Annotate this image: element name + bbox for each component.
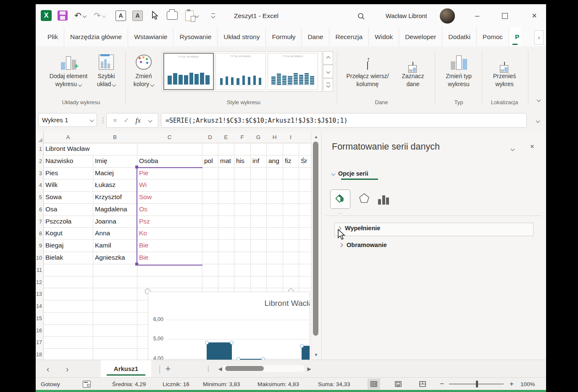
row-header-18[interactable]: 18 [36, 348, 43, 360]
fill-and-line-tab[interactable] [330, 189, 350, 209]
row-header-7[interactable]: 7 [36, 216, 43, 228]
accessibility-icon[interactable] [83, 378, 91, 390]
next-sheet-icon[interactable]: › [61, 360, 74, 378]
customize-toolbar-icon[interactable] [211, 10, 215, 21]
cell-B4[interactable]: Łukasz [93, 179, 137, 190]
column-header-G[interactable]: G [250, 132, 266, 143]
cell-G2[interactable]: inf [251, 155, 266, 166]
row-header-11[interactable]: 11 [36, 264, 43, 276]
row-header-15[interactable]: 15 [36, 312, 43, 324]
chart-style-thumb-1[interactable]: Tytuł wykresu [163, 53, 214, 90]
column-header-H[interactable]: H [266, 132, 283, 143]
column-header-A[interactable]: A [43, 132, 93, 143]
cell-A3[interactable]: Pies [44, 168, 93, 179]
ribbon-tab-rysowanie[interactable]: Rysowanie [173, 27, 218, 46]
cell-H2[interactable]: ang [267, 155, 283, 166]
ribbon-tab-uk-ad-strony[interactable]: Układ strony [218, 27, 266, 46]
chart-title[interactable]: Libront Wacław [264, 299, 310, 308]
effects-tab[interactable] [358, 192, 370, 206]
horizontal-scrollbar[interactable] [223, 365, 305, 372]
row-header-17[interactable]: 17 [36, 336, 43, 348]
enter-icon[interactable]: ✓ [123, 116, 129, 124]
font-highlight-icon[interactable]: A [132, 10, 143, 21]
select-cursor-icon[interactable] [151, 10, 158, 21]
column-header-D[interactable]: D [202, 132, 218, 143]
expand-formula-bar-icon[interactable] [536, 117, 539, 124]
ribbon-tab-deweloper[interactable]: Deweloper [399, 27, 442, 46]
gallery-more-button[interactable] [323, 78, 333, 92]
cell-B6[interactable]: Magdalena [93, 204, 137, 215]
status-stat-minimum[interactable]: Minimum: 3,83 [203, 378, 240, 390]
formula-bar-grip[interactable]: ⋮ [100, 116, 106, 124]
close-button[interactable]: × [525, 4, 544, 27]
cell-B2[interactable]: Imię [93, 155, 137, 166]
cell-A7[interactable]: Pszczoła [44, 216, 93, 227]
cell-J2[interactable]: Śr [299, 155, 311, 166]
hscroll-right-icon[interactable]: ▶ [303, 360, 315, 378]
insert-function-icon[interactable]: fx [136, 116, 141, 125]
prev-sheet-icon[interactable]: ‹ [42, 360, 54, 378]
row-header-3[interactable]: 3 [36, 167, 43, 179]
paste-icon[interactable] [185, 10, 198, 21]
ribbon-tab-widok[interactable]: Widok [369, 27, 399, 46]
ribbon-tab-plik[interactable]: Plik [42, 27, 64, 46]
worksheet-grid[interactable]: ABCDEFGHI123456789101112131415161718Libr… [36, 132, 311, 360]
zoom-level[interactable]: 100% [520, 378, 535, 390]
vertical-scrollbar[interactable]: ▲ ▼ [311, 132, 321, 360]
ribbon-tab-p[interactable]: P [509, 27, 521, 46]
cell-B7[interactable]: Joanna [93, 216, 137, 227]
font-box-icon[interactable]: A [116, 10, 126, 21]
change-colors-button[interactable]: Zmieńkolory [129, 51, 158, 88]
cell-B10[interactable]: Agnieszka [93, 252, 137, 263]
series-options-tab[interactable] [378, 194, 389, 205]
range-handle-bottom[interactable] [135, 263, 138, 266]
chart-bar-2[interactable] [207, 342, 232, 360]
chart-bar-5[interactable] [302, 346, 310, 360]
column-header-I[interactable]: I [283, 132, 299, 143]
series-options-section[interactable]: Opcje serii [332, 170, 368, 177]
cell-F2[interactable]: his [234, 155, 250, 166]
row-header-4[interactable]: 4 [36, 179, 43, 191]
sheet-tab-arkusz1[interactable]: Arkusz1 [101, 360, 151, 377]
printer-icon[interactable] [167, 10, 178, 21]
normal-view-icon[interactable] [368, 379, 380, 389]
avatar[interactable] [440, 8, 455, 24]
cell-B5[interactable]: Krzysztof [93, 192, 137, 203]
chart-style-thumb-2[interactable]: Tytuł wykresu [215, 53, 266, 90]
minimize-button[interactable]: – [468, 4, 487, 27]
cell-C2[interactable]: Osoba [137, 155, 202, 166]
cell-A8[interactable]: Kogut [44, 228, 93, 239]
ribbon-tab-recenzja[interactable]: Recenzja [329, 27, 369, 46]
scroll-down-icon[interactable]: ▼ [311, 350, 321, 359]
cell-A2[interactable]: Nazwisko [44, 155, 93, 166]
status-stat-licznik[interactable]: Licznik: 16 [163, 378, 189, 390]
cell-B8[interactable]: Anna [93, 228, 137, 239]
ribbon-tab-narz-dzia-g-wne[interactable]: Narzędzia główne [64, 27, 128, 46]
cell-E2[interactable]: mat [218, 155, 234, 166]
embedded-chart[interactable]: 6,005,004,003,002,001,000,00Libront Wacł… [148, 292, 310, 360]
user-name[interactable]: Wacław Libront [386, 4, 427, 27]
column-header-E[interactable]: E [218, 132, 234, 143]
status-stat-maksimum[interactable]: Maksimum: 4,83 [257, 378, 299, 390]
pane-collapse-icon[interactable] [511, 145, 514, 153]
formula-input[interactable]: =SERIE(;Arkusz1!$C$3:$C$10;Arkusz1!$J$3:… [161, 113, 527, 128]
cell-B3[interactable]: Maciej [93, 168, 137, 179]
zoom-out-icon[interactable]: − [440, 378, 444, 390]
row-header-8[interactable]: 8 [36, 227, 43, 239]
row-header-12[interactable]: 12 [36, 276, 43, 288]
row-header-14[interactable]: 14 [36, 300, 43, 312]
add-chart-element-button[interactable]: ＋ Dodaj elementwykresu [43, 51, 94, 88]
cell-A10[interactable]: Bielak [44, 252, 93, 263]
cell-B9[interactable]: Kamil [93, 240, 137, 251]
cell-A6[interactable]: Osa [44, 204, 93, 215]
chart-style-thumb-3[interactable]: Tytuł wykresu [268, 53, 318, 90]
row-header-10[interactable]: 10 [36, 252, 43, 264]
chart-bar-3[interactable] [238, 359, 263, 360]
change-chart-type-button[interactable]: Zmień typwykresu [438, 51, 479, 88]
gallery-down-button[interactable] [323, 65, 333, 78]
row-header-2[interactable]: 2 [36, 155, 43, 167]
ribbon-tab-formu-y[interactable]: Formuły [266, 27, 302, 46]
redo-icon[interactable]: ↷ [94, 10, 105, 21]
status-mode[interactable]: Gotowy [41, 378, 60, 390]
status-stat-średnia[interactable]: Średnia: 4,29 [112, 378, 146, 390]
